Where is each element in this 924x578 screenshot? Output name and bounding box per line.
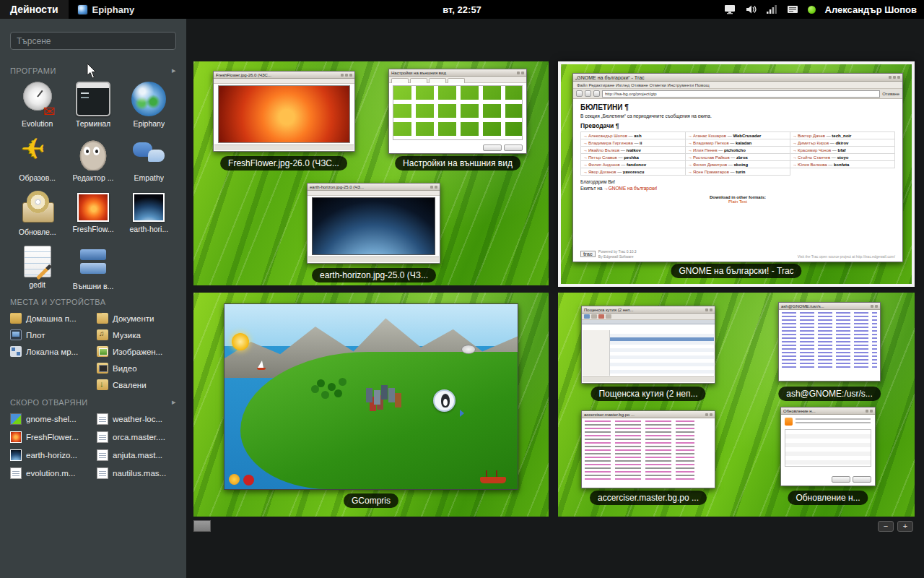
window-button	[345, 74, 348, 77]
team-prefix: Екипът на	[580, 186, 603, 191]
window-status-bar	[308, 256, 439, 262]
place-item[interactable]: Музика	[97, 329, 176, 340]
place-icon	[97, 346, 108, 357]
mail-folder-pane	[583, 330, 610, 376]
place-icon	[10, 313, 22, 324]
place-item[interactable]: Видео	[97, 363, 176, 374]
display-icon[interactable]	[724, 4, 736, 14]
close-button	[897, 76, 900, 79]
workspace-4[interactable]: Пощенска кутия (2 неп... Пощенска кутия …	[558, 293, 915, 517]
app-launcher[interactable]: Редактор ...	[66, 136, 120, 182]
gcompris-penguin-icon[interactable]	[433, 389, 456, 412]
window-freshflower-gimp[interactable]: FreshFlower.jpg-26.0 (ЧЗС...	[213, 71, 355, 152]
trac-logo: trac	[580, 251, 596, 257]
recent-item[interactable]: weather-loc...	[97, 413, 176, 425]
app-label: Терминал	[76, 119, 110, 128]
translator-name-link: Владимир Петков	[688, 141, 729, 145]
app-launcher[interactable]: Обновле...	[10, 190, 64, 236]
programs-section-header: ПРОГРАМИ ▸	[10, 66, 176, 75]
recent-item[interactable]: evolution.m...	[10, 467, 90, 479]
gcompris-sun	[232, 333, 249, 350]
minimize-button	[889, 76, 892, 79]
app-launcher[interactable]: Външни в...	[66, 244, 120, 290]
activities-button[interactable]: Дейности	[0, 0, 69, 19]
app-icon	[77, 193, 109, 222]
window-title-bar: earth-horizon.jpg-25.0 (ЧЗ...	[308, 184, 440, 191]
place-label: Документи	[113, 314, 154, 323]
add-workspace-button[interactable]: +	[897, 521, 913, 532]
app-label: gedit	[29, 280, 45, 289]
workspace-1[interactable]: FreshFlower.jpg-26.0 (ЧЗС... FreshFlower…	[193, 61, 549, 285]
clock[interactable]: вт, 22:57	[443, 4, 481, 15]
workspace-3[interactable]: GCompris	[193, 293, 549, 517]
workspace-2-active[interactable]: „GNOME на български“ - Trac Файл Редакти…	[558, 61, 915, 287]
translator-name-link: Филип Андонов	[583, 163, 620, 167]
programs-expand-icon[interactable]: ▸	[172, 66, 176, 75]
browser-menu-items: Файл Редактиране Изглед Отиване Отметки …	[577, 83, 710, 87]
translator-nick: turin	[729, 170, 746, 174]
app-launcher[interactable]: gedit	[10, 244, 64, 290]
place-item[interactable]: Плот	[10, 329, 90, 340]
app-icon	[133, 193, 165, 222]
place-label: Плот	[26, 331, 45, 340]
update-icon	[785, 418, 793, 426]
forward-button	[585, 90, 591, 97]
user-menu[interactable]: Александър Шопов	[825, 4, 917, 15]
app-launcher[interactable]: Образов...	[10, 136, 64, 182]
window-update-manager[interactable]: Обновление н...	[780, 407, 876, 486]
window-po-editor[interactable]: accerciser.master.bg.po ...	[581, 410, 715, 488]
translator-cell: Ивайло Вълковivalkov	[581, 147, 686, 154]
window-title-bar: „GNOME на български“ - Trac	[573, 74, 902, 82]
remove-workspace-button[interactable]: −	[878, 521, 894, 532]
app-launcher[interactable]: Empathy	[122, 136, 176, 182]
keyboard-icon[interactable]	[787, 4, 798, 14]
app-label: Empathy	[134, 173, 164, 182]
recent-file-label: evolution.m...	[26, 469, 75, 478]
search-input[interactable]	[10, 32, 176, 50]
recent-item[interactable]: FreshFlower...	[10, 431, 90, 443]
settings-tab	[429, 78, 446, 83]
app-label: Epiphany	[133, 119, 165, 128]
recent-expand-icon[interactable]: ▸	[172, 397, 176, 407]
app-launcher[interactable]: Epiphany	[122, 82, 176, 128]
window-evolution-mail[interactable]: Пощенска кутия (2 неп...	[581, 306, 715, 384]
app-label: earth-hori...	[129, 225, 168, 233]
window-browser-trac[interactable]: „GNOME на български“ - Trac Файл Редакти…	[572, 73, 903, 262]
app-menu[interactable]: Epiphany	[69, 0, 144, 19]
recent-item[interactable]: gnome-shel...	[10, 413, 90, 425]
app-launcher[interactable]: earth-hori...	[122, 190, 176, 236]
recent-item[interactable]: anjuta.mast...	[97, 449, 176, 461]
window-earth-horizon[interactable]: earth-horizon.jpg-25.0 (ЧЗ...	[307, 183, 440, 264]
workspace-controls: − +	[878, 521, 913, 532]
window-terminal[interactable]: ash@GNOME:/usr/s...	[778, 302, 881, 381]
translator-cell: Виктор Дачевtech_noir	[790, 132, 895, 139]
reload-button	[593, 90, 600, 97]
place-item[interactable]: Домашна п...	[10, 313, 90, 324]
window-gcompris[interactable]	[224, 303, 518, 490]
new-workspace-dropzone[interactable]	[193, 520, 211, 532]
places-list: Домашна п... Плот Локална мр... Документ…	[10, 313, 176, 390]
place-item[interactable]: Документи	[97, 313, 176, 324]
app-launcher[interactable]: FreshFlow...	[66, 190, 120, 236]
translator-name-link: Красимир Чонов	[793, 148, 831, 152]
gcompris-trees	[317, 379, 325, 387]
recent-file-label: anjuta.mast...	[113, 451, 162, 460]
place-item[interactable]: Изображен...	[97, 346, 176, 357]
place-item[interactable]: Свалени	[97, 379, 176, 390]
presence-status-icon	[808, 6, 816, 14]
place-item[interactable]: Локална мр...	[10, 346, 90, 357]
window-appearance-settings[interactable]: Настройки на външния вид	[388, 69, 527, 154]
recent-item[interactable]: nautilus.mas...	[97, 467, 176, 479]
powered-by-text: Powered by Trac 0.10.3 By Edgewall Softw…	[598, 249, 637, 259]
app-launcher[interactable]: Evolution	[10, 82, 64, 128]
network-signal-icon[interactable]	[766, 4, 777, 14]
page-subheading: Преводачи ¶	[580, 122, 895, 129]
recent-item[interactable]: earth-horizo...	[10, 449, 90, 461]
recent-item[interactable]: orca.master....	[97, 431, 176, 443]
volume-icon[interactable]	[745, 4, 757, 14]
place-label: Локална мр...	[26, 348, 78, 356]
window-button	[705, 309, 708, 311]
place-label: Видео	[113, 364, 137, 373]
app-launcher[interactable]: Терминал	[66, 82, 120, 128]
window-title-bar: Обновление н...	[781, 407, 875, 415]
